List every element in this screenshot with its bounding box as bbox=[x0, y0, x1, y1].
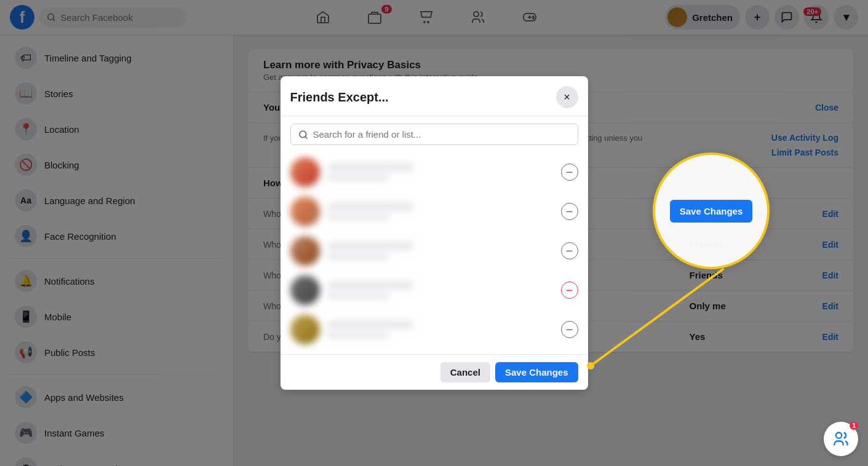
save-changes-button[interactable]: Save Changes bbox=[495, 362, 578, 382]
list-item[interactable]: − bbox=[285, 271, 583, 310]
highlight-save-button[interactable]: Save Changes bbox=[670, 200, 753, 223]
modal-close-button[interactable]: × bbox=[556, 86, 578, 108]
highlight-circle: Save Changes bbox=[653, 152, 770, 269]
people-icon bbox=[832, 430, 850, 448]
remove-btn-1[interactable]: − bbox=[561, 164, 578, 181]
friend-info-5 bbox=[327, 321, 561, 338]
modal-header: Friends Except... × bbox=[281, 76, 588, 116]
friend-avatar-3 bbox=[290, 236, 320, 266]
friend-name-2 bbox=[327, 203, 413, 210]
cancel-button[interactable]: Cancel bbox=[440, 362, 490, 382]
list-item[interactable]: − bbox=[285, 310, 583, 349]
friend-sub-1 bbox=[327, 175, 389, 181]
modal-title: Friends Except... bbox=[290, 90, 556, 105]
close-x-icon: × bbox=[563, 91, 570, 104]
friend-name-5 bbox=[327, 321, 413, 328]
friend-name-4 bbox=[327, 282, 413, 289]
svg-line-13 bbox=[591, 269, 723, 366]
friend-info-1 bbox=[327, 164, 561, 181]
modal-overlay: Friends Except... × − bbox=[0, 0, 868, 466]
modal-search-input[interactable] bbox=[313, 129, 570, 140]
modal-search-icon bbox=[298, 130, 308, 140]
modal-footer: Cancel Save Changes bbox=[281, 354, 588, 390]
remove-btn-2[interactable]: − bbox=[561, 203, 578, 220]
friend-avatar-4 bbox=[290, 275, 320, 305]
friend-info-3 bbox=[327, 242, 561, 259]
friend-sub-4 bbox=[327, 293, 389, 299]
people-fab[interactable]: 1 bbox=[824, 422, 858, 456]
people-badge: 1 bbox=[850, 422, 858, 430]
svg-point-15 bbox=[836, 433, 842, 438]
friend-sub-5 bbox=[327, 332, 389, 338]
list-item[interactable]: − bbox=[285, 152, 583, 192]
friend-avatar-1 bbox=[290, 157, 320, 187]
friend-sub-2 bbox=[327, 214, 389, 220]
svg-point-14 bbox=[587, 362, 594, 369]
svg-line-12 bbox=[305, 136, 307, 138]
modal-search-inner bbox=[290, 124, 578, 145]
friend-info-2 bbox=[327, 203, 561, 220]
friend-avatar-5 bbox=[290, 315, 320, 344]
friend-name-3 bbox=[327, 242, 413, 250]
remove-btn-5[interactable]: − bbox=[561, 321, 578, 338]
remove-btn-4[interactable]: − bbox=[561, 282, 578, 299]
remove-btn-3[interactable]: − bbox=[561, 242, 578, 259]
modal-search-area bbox=[281, 116, 588, 152]
friend-name-1 bbox=[327, 164, 413, 171]
friend-sub-3 bbox=[327, 253, 389, 259]
list-item[interactable]: − bbox=[285, 231, 583, 271]
list-item[interactable]: − bbox=[285, 192, 583, 231]
friend-info-4 bbox=[327, 282, 561, 299]
modal-list: − − − bbox=[281, 152, 588, 354]
friends-except-modal: Friends Except... × − bbox=[281, 76, 588, 390]
friend-avatar-2 bbox=[290, 197, 320, 226]
